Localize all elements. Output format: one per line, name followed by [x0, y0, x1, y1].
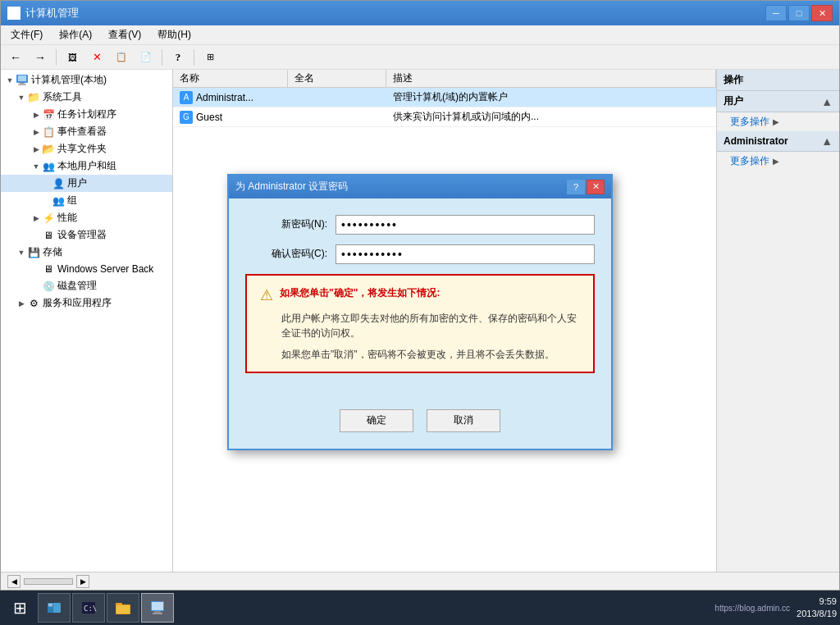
backup-icon: 🖥 — [42, 262, 55, 276]
dialog-cancel-button[interactable]: 取消 — [427, 409, 500, 432]
taskbar-right: https://blog.admin.cc 9:59 2013/8/19 — [714, 595, 837, 621]
tree-item-performance[interactable]: ▶ ⚡ 性能 — [1, 209, 172, 226]
right-section-header-admin: Administrator ▲ — [717, 131, 839, 152]
right-panel: 操作 用户 ▲ 更多操作 ▶ Administrator ▲ 更多操作 ▶ — [716, 70, 839, 572]
tree-root-label: 计算机管理(本地) — [31, 73, 107, 87]
taskbar-time-display: 9:59 — [797, 595, 837, 608]
menu-file[interactable]: 文件(F) — [4, 26, 49, 43]
confirm-password-label: 确认密码(C): — [245, 247, 336, 261]
users-icon: 👤 — [52, 177, 65, 190]
table-row[interactable]: A Administrat... 管理计算机(域)的内置帐户 — [173, 88, 716, 107]
menu-action[interactable]: 操作(A) — [52, 26, 98, 43]
tree-label-device-manager: 设备管理器 — [57, 228, 107, 242]
tree-root[interactable]: ▼ 计算机管理(本地) — [1, 71, 172, 89]
help-button[interactable]: ? — [167, 48, 189, 67]
delete-button[interactable]: ✕ — [85, 48, 108, 67]
taskbar-date-display: 2013/8/19 — [797, 608, 837, 620]
right-action-more-admin[interactable]: 更多操作 ▶ — [717, 152, 839, 171]
folder-icon-system: 📁 — [27, 91, 40, 104]
event-viewer-icon: 📋 — [42, 125, 55, 139]
start-button[interactable]: ⊞ — [3, 593, 36, 623]
minimize-button[interactable]: ─ — [765, 5, 787, 21]
scroll-right-btn[interactable]: ▶ — [76, 575, 89, 588]
new-password-input[interactable] — [336, 215, 595, 235]
properties2-button[interactable]: 📄 — [135, 48, 158, 67]
performance-icon: ⚡ — [42, 212, 55, 225]
properties-button[interactable]: 📋 — [110, 48, 133, 67]
section-arrow-admin: ▲ — [821, 135, 833, 148]
status-bar: ◀ ▶ — [1, 572, 839, 590]
tree-label-event-viewer: 事件查看器 — [57, 125, 107, 139]
taskbar-computer-mgmt-btn[interactable] — [141, 593, 174, 623]
new-password-field: 新密码(N): — [245, 215, 595, 235]
col-header-description[interactable]: 描述 — [386, 70, 716, 87]
tree-item-device-manager[interactable]: 🖥 设备管理器 — [1, 226, 172, 244]
close-button[interactable]: ✕ — [811, 5, 833, 21]
tree-item-users[interactable]: 👤 用户 — [1, 175, 172, 192]
forward-button[interactable]: → — [29, 48, 52, 67]
dialog-title-buttons: ? ✕ — [567, 180, 605, 194]
disk-icon: 💿 — [42, 280, 55, 293]
svg-rect-16 — [153, 613, 162, 614]
row-desc-admin: 管理计算机(域)的内置帐户 — [393, 90, 710, 104]
scroll-controls: ◀ ▶ — [7, 575, 89, 588]
menu-help[interactable]: 帮助(H) — [151, 26, 198, 43]
right-section-title-users: 用户 — [724, 94, 743, 108]
tree-item-storage[interactable]: ▼ 💾 存储 — [1, 244, 172, 261]
section-arrow-users: ▲ — [821, 95, 833, 108]
tree-item-task-scheduler[interactable]: ▶ 📅 任务计划程序 — [1, 106, 172, 123]
taskbar-explorer-btn[interactable] — [38, 593, 71, 623]
scroll-left-btn[interactable]: ◀ — [7, 575, 21, 588]
tree-item-disk-management[interactable]: 💿 磁盘管理 — [1, 277, 172, 294]
right-action-more-users[interactable]: 更多操作 ▶ — [717, 112, 839, 131]
taskbar-url: https://blog.admin.cc — [714, 604, 790, 613]
show-button[interactable]: 🖼 — [61, 48, 84, 67]
dialog-close-button[interactable]: ✕ — [587, 180, 605, 194]
dialog-title-bar: 为 Administrator 设置密码 ? ✕ — [229, 176, 611, 198]
warning-header: ⚠ 如果您单击"确定"，将发生如下情况: — [260, 285, 580, 304]
tree-item-event-viewer[interactable]: ▶ 📋 事件查看器 — [1, 123, 172, 140]
tree-item-windows-backup[interactable]: 🖥 Windows Server Back — [1, 261, 172, 277]
tree-label-performance: 性能 — [57, 211, 77, 225]
tree-item-services[interactable]: ▶ ⚙ 服务和应用程序 — [1, 294, 172, 312]
tree-label-users: 用户 — [67, 176, 87, 190]
row-desc-guest: 供来宾访问计算机或访问域的内... — [393, 110, 710, 124]
toolbar-separator-1 — [56, 49, 57, 66]
guest-user-icon: G — [180, 111, 193, 124]
col-header-fullname[interactable]: 全名 — [288, 70, 386, 87]
task-scheduler-icon: 📅 — [42, 108, 55, 121]
dialog-ok-button[interactable]: 确定 — [340, 409, 413, 432]
col-header-name[interactable]: 名称 — [173, 70, 288, 87]
tree-label-groups: 组 — [67, 194, 77, 208]
tree-label-shared-folders: 共享文件夹 — [57, 142, 107, 156]
tree-label-windows-backup: Windows Server Back — [57, 263, 153, 275]
taskbar-folder-btn[interactable] — [107, 593, 139, 623]
dialog-title: 为 Administrator 设置密码 — [235, 180, 348, 194]
tree-label-storage: 存储 — [43, 245, 62, 259]
taskbar-cmd-btn[interactable]: C:\> — [72, 593, 105, 623]
taskbar: ⊞ C:\> https://blog.admin.cc 9:59 2013/8… — [0, 591, 840, 625]
tree-item-groups[interactable]: 👥 组 — [1, 192, 172, 209]
tree-item-local-users[interactable]: ▼ 👥 本地用户和组 — [1, 157, 172, 175]
menu-view[interactable]: 查看(V) — [102, 26, 148, 43]
more-actions-arrow-users: ▶ — [773, 117, 779, 126]
row-name-admin: A Administrat... — [180, 91, 294, 104]
scrollbar-track[interactable] — [24, 578, 73, 585]
title-bar: 🖥 计算机管理 ─ □ ✕ — [1, 1, 839, 25]
toolbar-separator-3 — [194, 49, 194, 66]
table-row[interactable]: G Guest 供来宾访问计算机或访问域的内... — [173, 107, 716, 127]
maximize-button[interactable]: □ — [788, 5, 810, 21]
right-section-header-actions: 操作 — [717, 70, 839, 91]
tree-label-disk-management: 磁盘管理 — [57, 279, 97, 293]
dialog-help-button[interactable]: ? — [567, 180, 585, 194]
tree-item-system-tools[interactable]: ▼ 📁 系统工具 — [1, 89, 172, 106]
back-button[interactable]: ← — [4, 48, 27, 67]
svg-rect-2 — [20, 83, 25, 84]
view-button[interactable]: ⊞ — [199, 48, 221, 67]
tree-panel: ▼ 计算机管理(本地) ▼ 📁 系统工具 ▶ 📅 任务计划程序 — [1, 70, 173, 572]
tree-item-shared-folders[interactable]: ▶ 📂 共享文件夹 — [1, 140, 172, 157]
window-title: 计算机管理 — [25, 6, 79, 21]
row-name-guest: G Guest — [180, 111, 294, 124]
warning-header-text: 如果您单击"确定"，将发生如下情况: — [280, 285, 440, 300]
confirm-password-input[interactable] — [336, 244, 595, 264]
